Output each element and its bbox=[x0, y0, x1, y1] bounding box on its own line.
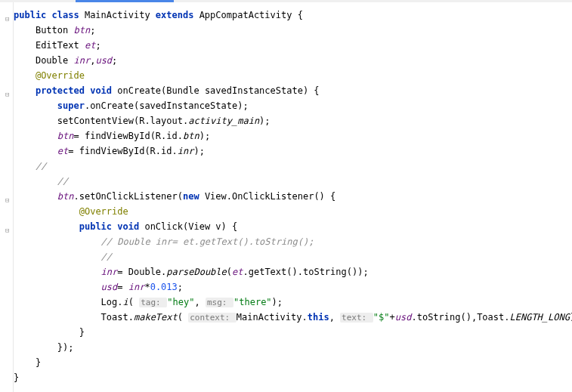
code-line[interactable]: public class MainActivity extends AppCom… bbox=[14, 8, 572, 23]
code-line[interactable]: setContentView(R.layout.activity_main); bbox=[14, 113, 572, 128]
code-line[interactable]: } bbox=[14, 325, 572, 340]
code-line[interactable]: // bbox=[14, 159, 572, 174]
code-line[interactable]: Double inr,usd; bbox=[14, 53, 572, 68]
code-line[interactable]: btn= findViewById(R.id.btn); bbox=[14, 128, 572, 144]
code-line[interactable]: public void onClick(View v) { bbox=[14, 219, 572, 234]
fold-icon[interactable]: ⊟ bbox=[5, 91, 9, 98]
fold-icon[interactable]: ⊟ bbox=[5, 227, 9, 234]
code-line[interactable]: // bbox=[14, 249, 572, 264]
code-line[interactable]: // Double inr= et.getText().toString(); bbox=[14, 234, 572, 249]
active-tab-indicator[interactable] bbox=[76, 0, 174, 2]
gutter: ⊟ ⊟ ⊟ ⊟ bbox=[0, 2, 14, 392]
code-line[interactable]: } bbox=[14, 355, 572, 370]
tab-bar bbox=[0, 0, 572, 2]
code-line[interactable]: @Override bbox=[14, 204, 572, 219]
code-line[interactable]: super.onCreate(savedInstanceState); bbox=[14, 98, 572, 113]
code-line[interactable]: // bbox=[14, 174, 572, 189]
code-line[interactable]: Toast.makeText( context: MainActivity.th… bbox=[14, 310, 572, 325]
code-line[interactable]: Button btn; bbox=[14, 23, 572, 38]
code-line[interactable]: } bbox=[14, 370, 572, 385]
fold-icon[interactable]: ⊟ bbox=[5, 15, 9, 23]
code-line[interactable]: }); bbox=[14, 340, 572, 355]
code-line[interactable]: et= findViewById(R.id.inr); bbox=[14, 144, 572, 159]
code-line[interactable]: inr= Double.parseDouble(et.getText().toS… bbox=[14, 264, 572, 279]
fold-icon[interactable]: ⊟ bbox=[5, 196, 9, 204]
code-line[interactable]: Log.i( tag: "hey", msg: "there"); bbox=[14, 295, 572, 310]
code-line[interactable]: btn.setOnClickListener(new View.OnClickL… bbox=[14, 189, 572, 204]
code-line[interactable]: @Override bbox=[14, 68, 572, 83]
code-line[interactable]: protected void onCreate(Bundle savedInst… bbox=[14, 83, 572, 98]
code-line[interactable]: usd= inr*0.013; bbox=[14, 279, 572, 295]
code-editor[interactable]: public class MainActivity extends AppCom… bbox=[14, 8, 572, 385]
code-line[interactable]: EditText et; bbox=[14, 38, 572, 53]
